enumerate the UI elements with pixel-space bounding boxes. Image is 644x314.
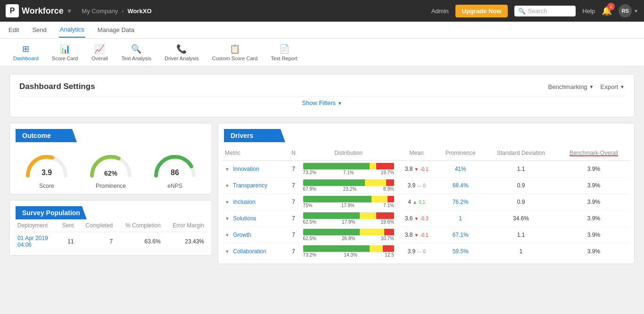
tool-dashboard[interactable]: ⊞ Dashboard bbox=[8, 41, 44, 63]
notifications-button[interactable]: 🔔 1 bbox=[602, 6, 612, 16]
metric-link[interactable]: Innovation bbox=[233, 166, 259, 172]
user-menu[interactable]: RS ▼ bbox=[619, 4, 638, 17]
dist-green bbox=[303, 163, 370, 169]
metric-link[interactable]: Growth bbox=[233, 232, 251, 238]
arrow-up-icon: ▲ bbox=[413, 200, 417, 205]
nav-send[interactable]: Send bbox=[31, 23, 47, 37]
mean-value-container: 4 ▲ 0.1 bbox=[400, 199, 433, 205]
dashboard-icon: ⊞ bbox=[20, 43, 32, 55]
dist-label-red: 19.6% bbox=[380, 219, 394, 225]
metric-name-cell: ▼ Growth bbox=[222, 227, 287, 243]
breadcrumb-company[interactable]: My Company bbox=[82, 8, 118, 15]
survey-population-card: Survey Population Deployment Sent Comple… bbox=[9, 200, 212, 256]
tool-scorecard[interactable]: 📊 Score Card bbox=[46, 41, 84, 63]
nav-manage-data[interactable]: Manage Data bbox=[97, 23, 135, 37]
prominence-cell: 67.1% bbox=[436, 227, 485, 243]
score-gauge-container: 3.9 bbox=[23, 150, 70, 178]
dist-yellow bbox=[360, 229, 384, 235]
show-filters-button[interactable]: Show Filters ▼ bbox=[19, 96, 625, 109]
col-prominence: Prominence bbox=[436, 146, 485, 161]
std-dev-cell: 1 bbox=[485, 243, 557, 260]
tool-dashboard-label: Dashboard bbox=[13, 56, 39, 61]
prominence-value[interactable]: 76.2% bbox=[453, 199, 469, 205]
delta-value: -0.3 bbox=[420, 216, 428, 221]
benchmarking-caret: ▼ bbox=[589, 84, 594, 89]
tool-text-report[interactable]: 📄 Text Report bbox=[265, 41, 303, 63]
dist-green bbox=[303, 179, 365, 186]
dist-green bbox=[303, 229, 360, 235]
show-filters-icon: ▼ bbox=[338, 101, 342, 106]
std-dev-cell: 0.9 bbox=[485, 194, 557, 210]
dist-red bbox=[388, 196, 394, 202]
prominence-value[interactable]: 59.5% bbox=[453, 248, 469, 255]
drivers-header-row: Metric N Distribution Mean Prominence St… bbox=[222, 146, 630, 161]
chevron-icon: ▼ bbox=[225, 200, 230, 205]
dist-red bbox=[376, 212, 394, 219]
dist-green bbox=[303, 196, 372, 202]
mean-value-container: 3.9 — 0 bbox=[400, 248, 433, 255]
app-logo[interactable]: P Workforce ▼ bbox=[6, 4, 73, 17]
nav-analytics[interactable]: Analytics bbox=[59, 22, 85, 38]
nav-edit[interactable]: Edit bbox=[8, 23, 20, 37]
metric-link[interactable]: Transparency bbox=[233, 182, 267, 189]
benchmarking-button[interactable]: Benchmarking ▼ bbox=[548, 83, 594, 90]
delta-value: 0.1 bbox=[419, 200, 425, 205]
tool-driver-analysis[interactable]: 📞 Driver Analysis bbox=[159, 41, 205, 63]
metric-link[interactable]: Inclusion bbox=[233, 199, 255, 205]
deployment-date[interactable]: 01 Apr 201904:06 bbox=[14, 232, 56, 251]
tool-overall-label: Overall bbox=[91, 56, 108, 61]
tool-overall[interactable]: 📈 Overall bbox=[85, 41, 114, 63]
col-std-dev: Standard Deviation bbox=[485, 146, 557, 161]
metric-link[interactable]: Solutions bbox=[233, 215, 256, 222]
distribution-cell: 62.5% 17.9% 19.6% bbox=[300, 210, 397, 227]
scorecard-icon: 📊 bbox=[59, 43, 71, 55]
app-name: Workforce bbox=[22, 6, 64, 16]
dropdown-caret-icon[interactable]: ▼ bbox=[66, 8, 73, 15]
drivers-table: Metric N Distribution Mean Prominence St… bbox=[222, 146, 630, 260]
dist-label-yellow: 7.1% bbox=[343, 170, 354, 175]
prominence-value[interactable]: 1 bbox=[459, 215, 462, 222]
dist-label-red: 19.7% bbox=[380, 170, 394, 175]
prominence-value: 62% bbox=[104, 169, 117, 177]
prominence-value[interactable]: 41% bbox=[455, 166, 466, 172]
mean-value: 3.8 bbox=[405, 166, 413, 172]
dist-label-yellow: 17.9% bbox=[341, 203, 355, 208]
breadcrumb-current: WorkXO bbox=[128, 8, 152, 15]
std-dev-cell: 1.1 bbox=[485, 161, 557, 177]
dist-bar bbox=[303, 245, 394, 252]
col-completion: % Completion bbox=[116, 219, 164, 232]
upgrade-button[interactable]: Upgrade Now bbox=[455, 5, 508, 17]
distribution-cell: 75% 17.9% 7.1% bbox=[300, 194, 397, 210]
survey-table-body: 01 Apr 201904:06 11 7 63.6% 23.43% bbox=[14, 232, 208, 251]
mean-cell: 4 ▲ 0.1 bbox=[397, 194, 436, 210]
dist-label-red: 8.9% bbox=[383, 186, 394, 192]
drivers-header: Drivers bbox=[224, 129, 285, 142]
help-link[interactable]: Help bbox=[582, 8, 595, 15]
score-value: 3.9 bbox=[41, 169, 52, 177]
export-button[interactable]: Export ▼ bbox=[601, 83, 625, 90]
prominence-gauge: 62% Prominence bbox=[87, 150, 134, 189]
main-content: Dashboard Settings Benchmarking ▼ Export… bbox=[0, 66, 644, 314]
mean-value-container: 3.8 ▼ -0.1 bbox=[400, 232, 433, 238]
tool-text-analysis[interactable]: 🔍 Text Analysis bbox=[116, 41, 157, 63]
dashboard-title-main: Dashboard bbox=[19, 82, 61, 91]
distribution-cell: 62.5% 26.8% 10.7% bbox=[300, 227, 397, 243]
prominence-value[interactable]: 67.1% bbox=[453, 232, 469, 238]
user-dropdown-icon: ▼ bbox=[634, 8, 638, 14]
dist-bar bbox=[303, 212, 394, 219]
drivers-card: Drivers Metric N Distribution Mean Promi… bbox=[218, 123, 635, 264]
metric-link[interactable]: Collaboration bbox=[233, 248, 266, 255]
tool-text-analysis-label: Text Analysis bbox=[121, 56, 151, 61]
outcome-header: Outcome bbox=[16, 129, 77, 142]
dist-labels: 62.5% 26.8% 10.7% bbox=[303, 236, 394, 241]
dist-yellow bbox=[365, 179, 386, 186]
enps-gauge: 86 eNPS bbox=[151, 150, 198, 189]
admin-label: Admin bbox=[431, 8, 449, 15]
mean-cell: 3.9 — 0 bbox=[397, 243, 436, 260]
dist-label-red: 12.5 bbox=[385, 252, 394, 258]
prominence-value[interactable]: 68.4% bbox=[453, 182, 469, 189]
search-box[interactable]: 🔍 Search bbox=[514, 6, 576, 16]
survey-table-wrapper: Deployment Sent Completed % Completion E… bbox=[10, 219, 212, 255]
sent-count: 11 bbox=[56, 232, 77, 251]
tool-custom-scorecard[interactable]: 📋 Custom Score Card bbox=[206, 41, 264, 63]
